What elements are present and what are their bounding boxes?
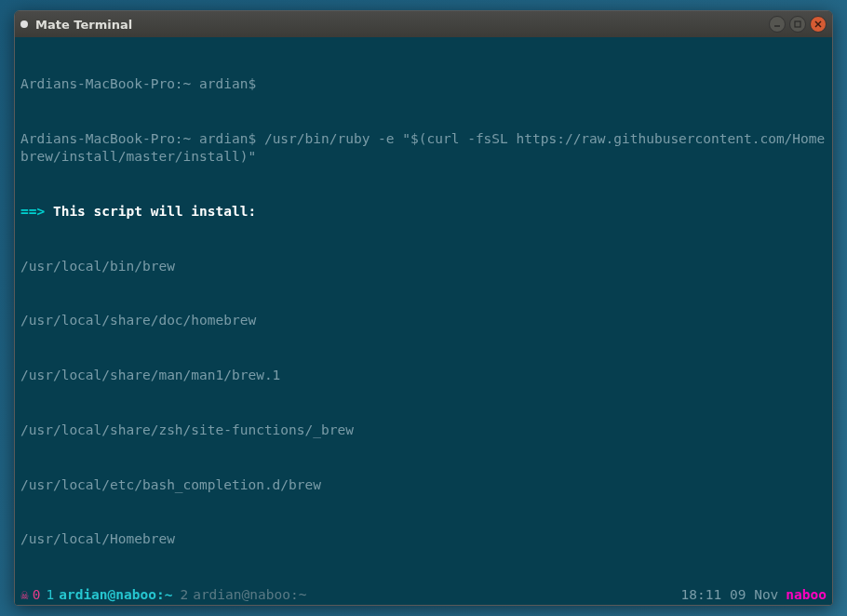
path-line: /usr/local/bin/brew	[20, 258, 827, 276]
titlebar[interactable]: Mate Terminal	[15, 11, 832, 37]
maximize-button[interactable]	[789, 16, 806, 33]
svg-rect-1	[795, 21, 800, 27]
close-button[interactable]	[810, 16, 827, 33]
app-icon	[20, 20, 28, 28]
arrow-icon: ==>	[20, 204, 45, 219]
prompt-text: Ardians-MacBook-Pro:~ ardian$	[20, 76, 256, 91]
path-line: /usr/local/Homebrew	[20, 530, 827, 549]
terminal-window: Mate Terminal Ardians-MacBook-Pro:~ ardi…	[14, 10, 833, 606]
status-count: 0	[33, 587, 41, 602]
heading-line: ==> This script will install:	[20, 203, 827, 221]
command-line: Ardians-MacBook-Pro:~ ardian$ /usr/bin/r…	[20, 130, 827, 167]
maximize-icon	[793, 20, 802, 29]
close-icon	[813, 20, 823, 29]
skull-icon: ☠	[20, 587, 29, 602]
window-controls	[769, 16, 827, 33]
path-line: /usr/local/share/zsh/site-functions/_bre…	[20, 422, 827, 440]
window-index-inactive[interactable]: 2	[180, 587, 188, 602]
window-title: Mate Terminal	[35, 18, 132, 32]
terminal-body[interactable]: Ardians-MacBook-Pro:~ ardian$ Ardians-Ma…	[15, 37, 832, 584]
path-line: /usr/local/share/doc/homebrew	[20, 312, 827, 330]
prompt-line: Ardians-MacBook-Pro:~ ardian$	[20, 75, 827, 94]
heading-text: This script will install:	[45, 204, 256, 219]
path-line: /usr/local/etc/bash_completion.d/brew	[20, 476, 827, 495]
path-line: /usr/local/share/man/man1/brew.1	[20, 367, 827, 385]
prompt-text: Ardians-MacBook-Pro:~ ardian$	[20, 131, 264, 146]
minimize-button[interactable]	[769, 16, 786, 33]
minimize-icon	[773, 20, 782, 29]
tmux-statusbar: ☠ 0 1 ardian@naboo:~ 2 ardian@naboo:~ 18…	[15, 584, 832, 605]
window-index-active[interactable]: 1	[46, 587, 54, 602]
window-name-active[interactable]: ardian@naboo:~	[59, 587, 172, 602]
window-name-inactive[interactable]: ardian@naboo:~	[193, 587, 306, 602]
status-time: 18:11 09 Nov	[681, 587, 779, 602]
status-hostname: naboo	[786, 587, 827, 602]
